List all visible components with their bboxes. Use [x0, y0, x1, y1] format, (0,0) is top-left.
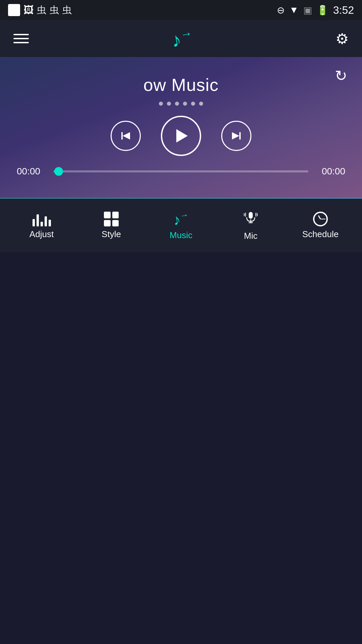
repeat-button[interactable]: ↻ — [335, 67, 347, 84]
svg-rect-0 — [121, 132, 123, 140]
mic-icon — [243, 210, 258, 228]
nav-item-style[interactable]: Style — [86, 212, 136, 239]
bottom-navigation: Adjust Style ♪→ Music — [0, 199, 362, 252]
status-bar: 🖼 虫 虫 虫 ⊖ ▼ ▣ 🔋 3:52 — [0, 0, 362, 20]
player-section: ↻ ow Music 00:00 — [0, 57, 362, 198]
schedule-label: Schedule — [302, 229, 339, 239]
settings-button[interactable]: ⚙ — [336, 30, 349, 47]
mic-label: Mic — [244, 231, 257, 241]
track-dot-2 — [167, 102, 171, 106]
battery-icon: 🔋 — [317, 5, 328, 16]
progress-bar[interactable] — [54, 170, 308, 172]
playback-controls — [111, 116, 251, 156]
track-dot-6 — [199, 102, 203, 106]
svg-rect-7 — [249, 212, 253, 219]
prev-icon — [120, 130, 131, 142]
adjust-icon — [33, 212, 51, 226]
nav-item-mic[interactable]: Mic — [226, 210, 276, 241]
svg-rect-2 — [239, 132, 241, 140]
minus-circle-icon: ⊖ — [277, 5, 285, 16]
next-button[interactable] — [221, 121, 251, 151]
next-icon — [231, 130, 242, 142]
schedule-icon — [313, 212, 328, 226]
status-time: 3:52 — [333, 4, 354, 16]
sim-card-icon: ▣ — [303, 5, 312, 16]
app-logo: ♪→ — [170, 25, 195, 51]
style-label: Style — [102, 229, 121, 239]
track-dot-4 — [183, 102, 187, 106]
track-dot-5 — [191, 102, 195, 106]
nav-item-schedule[interactable]: Schedule — [295, 212, 346, 239]
menu-button[interactable] — [13, 34, 29, 43]
nav-item-music[interactable]: ♪→ Music — [156, 211, 206, 240]
progress-row: 00:00 00:00 — [13, 166, 349, 177]
progress-thumb[interactable] — [54, 167, 63, 176]
wifi-icon: ▼ — [289, 5, 299, 15]
svg-marker-1 — [123, 132, 130, 140]
style-icon — [104, 212, 119, 226]
svg-marker-3 — [232, 132, 239, 140]
nav-item-adjust[interactable]: Adjust — [16, 212, 67, 239]
adjust-label: Adjust — [29, 229, 54, 239]
current-time: 00:00 — [17, 166, 47, 177]
status-right-icons: ⊖ ▼ ▣ 🔋 3:52 — [277, 4, 354, 16]
white-square-icon — [8, 4, 20, 16]
bug-icon-2: 虫 — [50, 4, 59, 16]
play-icon — [176, 129, 188, 143]
prev-button[interactable] — [111, 121, 141, 151]
play-button[interactable] — [161, 116, 201, 156]
bug-icon-3: 虫 — [62, 4, 72, 16]
track-title: ow Music — [143, 75, 219, 95]
total-time: 00:00 — [315, 166, 345, 177]
track-dot-1 — [159, 102, 163, 106]
app-bar: ♪→ ⚙ — [0, 20, 362, 57]
bug-icon-1: 虫 — [37, 4, 46, 16]
track-dot-3 — [175, 102, 179, 106]
music-label: Music — [170, 230, 192, 240]
track-indicators — [159, 102, 203, 106]
music-icon: ♪→ — [172, 209, 190, 229]
image-icon: 🖼 — [23, 4, 34, 16]
status-left-icons: 🖼 虫 虫 虫 — [8, 4, 72, 16]
